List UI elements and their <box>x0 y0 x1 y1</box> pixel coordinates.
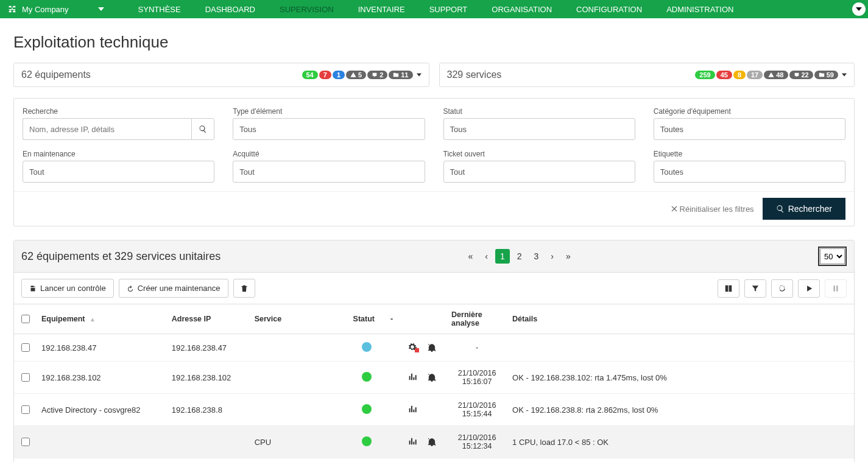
equip-crit-badge[interactable]: 7 <box>319 71 331 79</box>
cell-equip <box>37 458 167 463</box>
bell-off-icon[interactable] <box>427 437 442 447</box>
select-all-checkbox[interactable] <box>21 315 30 323</box>
page-size-select[interactable]: 50 <box>820 248 845 264</box>
serv-maint-count: 59 <box>827 71 834 79</box>
search-button[interactable]: Rechercher <box>763 198 845 220</box>
select-etiquette[interactable] <box>654 161 845 183</box>
nav-inventaire[interactable]: INVENTAIRE <box>346 0 417 18</box>
select-ticket[interactable] <box>443 161 635 183</box>
cell-bell <box>422 362 446 394</box>
col-statut[interactable]: Statut <box>348 304 386 334</box>
nav-support[interactable]: SUPPORT <box>417 0 480 18</box>
serv-maint-badge[interactable]: 59 <box>814 71 838 79</box>
chart-icon[interactable] <box>408 372 417 382</box>
filter-recherche: Recherche <box>23 107 214 140</box>
table-row: Active Directory - cosvgre82 192.168.238… <box>14 394 854 426</box>
cell-details: 1 CPU, load 17.0 < 85 : OK <box>507 426 854 458</box>
nav-supervision[interactable]: SUPERVISION <box>267 0 346 18</box>
col-details[interactable]: Détails <box>507 304 854 334</box>
page-2[interactable]: 2 <box>512 249 527 264</box>
table-row: 192.168.238.47 192.168.238.47 - <box>14 334 854 362</box>
pause-button[interactable] <box>825 279 847 298</box>
search-input[interactable] <box>23 118 191 140</box>
columns-button[interactable] <box>718 279 739 298</box>
row-checkbox[interactable] <box>21 343 30 352</box>
equip-menu-toggle[interactable] <box>417 72 422 77</box>
serv-unknown-badge[interactable]: 17 <box>747 71 763 79</box>
filter-button[interactable] <box>744 279 766 298</box>
serv-ack-badge[interactable]: 22 <box>789 71 813 79</box>
bell-off-icon[interactable] <box>427 343 442 352</box>
cell-bell <box>422 426 446 458</box>
cell-last: 21/10/2016 15:15:44 <box>446 394 507 426</box>
table-row: 192.168.238.102 192.168.238.102 21/10/20… <box>14 362 854 394</box>
nav-administration[interactable]: ADMINISTRATION <box>654 0 746 18</box>
reset-filters-label: Réinitialiser les filtres <box>680 205 754 214</box>
refresh-button[interactable] <box>771 279 793 298</box>
create-maintenance-button[interactable]: Créer une maintenance <box>119 279 228 298</box>
delete-button[interactable] <box>233 279 255 298</box>
page-last[interactable]: » <box>561 249 576 264</box>
serv-menu-toggle[interactable] <box>842 72 847 77</box>
nav-organisation[interactable]: ORGANISATION <box>479 0 564 18</box>
label-recherche: Recherche <box>23 107 214 116</box>
cell-details: OK - 192.168.238.102: rta 1.475ms, lost … <box>507 362 854 394</box>
reset-filters[interactable]: Réinitialiser les filtres <box>671 205 754 214</box>
cell-icons <box>386 362 422 394</box>
cell-status <box>348 394 386 426</box>
serv-warn-badge[interactable]: 8 <box>733 71 746 79</box>
results-panel: 62 équipements et 329 services unitaires… <box>13 240 855 462</box>
page-first[interactable]: « <box>463 249 478 264</box>
label-statut: Statut <box>443 107 635 116</box>
col-equipement[interactable]: Equipement ▲ <box>37 304 167 334</box>
select-type[interactable] <box>233 118 425 140</box>
equip-maint-badge[interactable]: 11 <box>389 71 412 79</box>
nav-dashboard[interactable]: DASHBOARD <box>193 0 267 18</box>
select-categorie[interactable] <box>654 118 845 140</box>
cell-status <box>348 334 386 362</box>
equip-pending-badge[interactable]: 1 <box>333 71 345 79</box>
page-prev[interactable]: ‹ <box>480 249 493 264</box>
company-selector[interactable]: My Company <box>4 0 108 18</box>
results-table: Equipement ▲ Adresse IP Service Statut -… <box>14 304 854 462</box>
panel-toggle[interactable] <box>852 2 866 16</box>
row-checkbox[interactable] <box>21 438 30 446</box>
gear-icon[interactable] <box>408 342 417 352</box>
row-checkbox[interactable] <box>21 405 30 414</box>
serv-crit-badge[interactable]: 45 <box>716 71 732 79</box>
filter-maintenance: En maintenance <box>23 150 214 183</box>
equip-ok-badge[interactable]: 54 <box>302 71 318 79</box>
equip-ack-badge[interactable]: 2 <box>367 71 387 79</box>
select-ack[interactable] <box>233 161 425 183</box>
chart-icon[interactable] <box>408 436 417 446</box>
summary-services-title: 329 services <box>447 69 502 80</box>
launch-control-button[interactable]: Lancer un contrôle <box>21 279 114 298</box>
select-statut[interactable] <box>443 118 635 140</box>
search-icon-button[interactable] <box>191 118 214 140</box>
select-maint[interactable] <box>23 161 214 183</box>
chart-icon[interactable] <box>408 404 417 414</box>
search-button-label: Rechercher <box>788 204 832 214</box>
serv-warning-badge[interactable]: 48 <box>764 71 788 79</box>
page-next[interactable]: › <box>546 249 559 264</box>
bell-off-icon[interactable] <box>427 373 442 382</box>
label-ack: Acquitté <box>233 150 425 158</box>
row-checkbox[interactable] <box>21 373 30 382</box>
cell-last: - <box>446 334 507 362</box>
caret-down-icon <box>98 6 104 12</box>
play-button[interactable] <box>798 279 820 298</box>
results-title: 62 équipements et 329 services unitaires <box>21 250 221 263</box>
status-badges-serv: 259 45 8 17 48 22 59 <box>695 71 838 79</box>
nav-synthese[interactable]: SYNTHÈSE <box>126 0 193 18</box>
nav-configuration[interactable]: CONFIGURATION <box>564 0 654 18</box>
status-dot <box>362 436 372 446</box>
equip-warn-badge[interactable]: 5 <box>346 71 366 79</box>
serv-ok-badge[interactable]: 259 <box>695 71 715 79</box>
col-adresseip[interactable]: Adresse IP <box>167 304 250 334</box>
page-3[interactable]: 3 <box>529 249 544 264</box>
col-last[interactable]: Dernière analyse <box>446 304 507 334</box>
label-type: Type d'élément <box>233 107 425 116</box>
col-service[interactable]: Service <box>250 304 348 334</box>
filter-type: Type d'élément <box>233 107 425 140</box>
page-1[interactable]: 1 <box>495 249 510 264</box>
